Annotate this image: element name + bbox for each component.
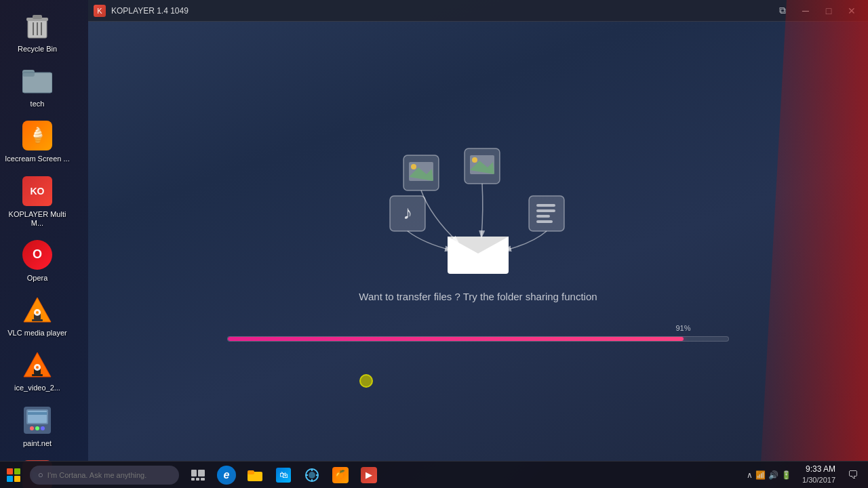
- desktop-icon-icecream[interactable]: 🍦 Icecream Screen ...: [0, 115, 75, 167]
- svg-rect-11: [32, 319, 43, 321]
- desktop-icon-paint[interactable]: paint.net: [0, 400, 75, 452]
- recycle-bin-label: Recycle Bin: [18, 45, 57, 54]
- red-app-icon: ▶: [361, 467, 377, 483]
- restore-button[interactable]: ⧉: [772, 0, 793, 22]
- taskbar-icons: e 🛍: [184, 462, 382, 489]
- taskbar-right: ∧ 📶 🔊 🔋 9:33 AM 1/30/2017 🗨: [744, 464, 868, 485]
- cortana-search-box[interactable]: ○: [30, 466, 179, 485]
- clock-time: 9:33 AM: [802, 464, 835, 475]
- system-clock[interactable]: 9:33 AM 1/30/2017: [797, 464, 841, 485]
- desktop-icon-vlc[interactable]: VLC media player: [0, 289, 75, 342]
- svg-rect-49: [201, 478, 205, 481]
- window-controls: ⧉ ─ □ ✕: [772, 0, 863, 22]
- progress-label: 91%: [675, 324, 690, 332]
- orange-app-button[interactable]: 🍊: [327, 462, 354, 489]
- svg-point-53: [309, 472, 315, 479]
- win-quad-4: [14, 476, 20, 482]
- windows-store-button[interactable]: 🛍: [270, 462, 297, 489]
- tech-folder-icon: [21, 64, 54, 97]
- tray-network-icon: 📶: [755, 470, 766, 480]
- svg-point-31: [411, 164, 416, 169]
- svg-rect-47: [191, 478, 195, 481]
- svg-rect-41: [536, 209, 555, 212]
- desktop-icon-opera[interactable]: O Opera: [0, 235, 75, 287]
- tray-battery-icon: 🔋: [781, 470, 791, 480]
- desktop-icon-tech[interactable]: tech: [0, 60, 75, 113]
- opera-label: Opera: [27, 274, 48, 283]
- desktop-icon-ice-video[interactable]: ice_video_2...: [0, 344, 75, 396]
- svg-rect-51: [248, 470, 254, 474]
- progress-fill: [228, 337, 684, 341]
- splash-description: Want to transfer files ? Try the folder …: [359, 291, 597, 302]
- desktop-icon-recycle-bin[interactable]: Recycle Bin: [0, 5, 75, 58]
- utility-button[interactable]: [298, 462, 326, 489]
- progress-track: [227, 336, 729, 342]
- recycle-bin-icon: [21, 9, 54, 42]
- svg-rect-43: [536, 220, 553, 223]
- taskbar: ○ e: [0, 461, 868, 488]
- red-app-button[interactable]: ▶: [355, 462, 382, 489]
- svg-point-25: [41, 426, 45, 430]
- edge-icon: e: [217, 466, 236, 485]
- progress-container: 91%: [227, 336, 729, 342]
- cortana-input[interactable]: [47, 471, 163, 479]
- koplayer-window: K KOPLAYER 1.4 1049 ⧉ ─ □ ✕: [88, 0, 868, 461]
- clock-date: 1/30/2017: [802, 475, 835, 485]
- vlc-label: VLC media player: [7, 329, 66, 338]
- search-icon: ○: [38, 470, 43, 480]
- win-quad-1: [7, 468, 13, 474]
- ice-video-icon: [21, 348, 54, 381]
- koplayer-multi-label: KOPLAYER Multi M...: [3, 210, 72, 228]
- desktop-icon-koplayer-multi[interactable]: KO KOPLAYER Multi M...: [0, 171, 75, 232]
- svg-rect-48: [196, 478, 199, 481]
- tray-up-arrow[interactable]: ∧: [747, 470, 753, 480]
- minimize-button[interactable]: ─: [795, 0, 816, 22]
- ice-video-label: ice_video_2...: [14, 384, 60, 392]
- task-view-button[interactable]: [184, 462, 212, 489]
- svg-rect-2: [33, 15, 42, 19]
- paint-icon: [21, 404, 54, 436]
- win-quad-2: [14, 468, 20, 474]
- svg-rect-40: [536, 204, 555, 207]
- svg-rect-45: [191, 470, 197, 476]
- start-button[interactable]: [0, 462, 27, 489]
- svg-rect-22: [28, 412, 47, 415]
- tray-sound-icon: 🔊: [768, 470, 778, 480]
- svg-rect-7: [22, 70, 35, 77]
- desktop-icons-area: Recycle Bin tech 🍦 Icecream Screen ...: [0, 0, 88, 461]
- system-tray: ∧ 📶 🔊 🔋: [744, 470, 794, 480]
- opera-icon: O: [21, 239, 54, 271]
- svg-rect-42: [536, 215, 550, 218]
- file-explorer-button[interactable]: [241, 462, 269, 489]
- window-title: KOPLAYER 1.4 1049: [111, 6, 766, 16]
- win-quad-3: [7, 476, 13, 482]
- edge-browser-button[interactable]: e: [213, 462, 240, 489]
- mouse-cursor: [359, 374, 373, 388]
- desktop: Recycle Bin tech 🍦 Icecream Screen ...: [0, 0, 868, 488]
- window-content: ♪: [88, 22, 868, 461]
- svg-point-18: [36, 366, 39, 369]
- orange-app-icon: 🍊: [332, 467, 349, 483]
- svg-point-35: [472, 157, 477, 163]
- vlc-icon: [21, 293, 54, 326]
- file-icons-floating: ♪: [383, 142, 573, 277]
- svg-point-13: [36, 311, 39, 314]
- close-button[interactable]: ✕: [841, 0, 863, 22]
- svg-rect-16: [32, 374, 43, 376]
- paint-label: paint.net: [23, 439, 52, 448]
- tech-label: tech: [31, 100, 45, 108]
- splash-illustration: ♪: [227, 142, 729, 342]
- svg-rect-39: [529, 196, 564, 231]
- window-titlebar: K KOPLAYER 1.4 1049 ⧉ ─ □ ✕: [88, 0, 868, 22]
- koplayer-multi-icon: KO: [21, 175, 54, 207]
- window-app-icon: K: [94, 5, 106, 17]
- windows-logo-icon: [7, 468, 20, 482]
- maximize-button[interactable]: □: [818, 0, 840, 22]
- notification-icon[interactable]: 🗨: [844, 469, 863, 481]
- icecream-label: Icecream Screen ...: [5, 155, 69, 163]
- svg-rect-46: [198, 470, 205, 476]
- svg-point-23: [30, 426, 34, 430]
- svg-text:♪: ♪: [403, 202, 412, 223]
- icecream-icon: 🍦: [21, 119, 54, 152]
- svg-point-24: [35, 426, 39, 430]
